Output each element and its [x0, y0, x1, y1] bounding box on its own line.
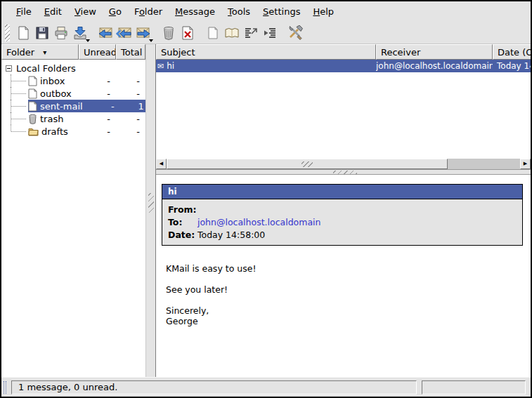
to-address-link[interactable]: john@localhost.localdomain	[197, 217, 321, 227]
folder-name: drafts	[41, 126, 68, 137]
menu-edit[interactable]: Edit	[38, 4, 68, 20]
kmail-window: File Edit View Go Folder Message Tools S…	[0, 0, 532, 398]
message-subject: hi	[167, 61, 174, 71]
folder-name: sent-mail	[40, 101, 83, 112]
mark-message-icon	[243, 25, 259, 41]
vertical-splitter[interactable]	[145, 44, 156, 377]
toolbar-handle[interactable]	[5, 25, 10, 41]
check-mail-dropdown-arrow[interactable]	[86, 39, 90, 42]
menu-file[interactable]: File	[10, 4, 38, 20]
scroll-right-button[interactable]: ▶	[520, 159, 531, 169]
horizontal-scrollbar: ◀ ▶	[156, 159, 531, 169]
folder-total-count: 1	[120, 101, 145, 112]
reply-button[interactable]	[96, 23, 115, 42]
folder-root-label: Local Folders	[16, 63, 76, 74]
configure-icon	[287, 25, 303, 41]
folder-unread-count: -	[79, 114, 116, 124]
scrollbar-thumb[interactable]	[167, 159, 448, 169]
folder-list-header: Folder ▾ Unread Total	[1, 44, 145, 60]
new-message-icon	[15, 25, 31, 41]
sort-arrow-icon: ▾	[43, 48, 46, 56]
menu-go[interactable]: Go	[103, 4, 128, 20]
folder-total-count: -	[116, 126, 145, 137]
configure-button[interactable]	[285, 23, 304, 42]
tree-connector	[1, 125, 28, 138]
main-area: Folder ▾ Unread Total Local Folders	[1, 44, 531, 377]
folder-row-trash[interactable]: trash - -	[1, 112, 145, 125]
folder-name: trash	[40, 114, 63, 124]
collapse-expander-icon[interactable]	[6, 65, 12, 72]
menu-bar: File Edit View Go Folder Message Tools S…	[1, 1, 531, 22]
menu-tools[interactable]: Tools	[221, 4, 257, 20]
status-right-panel	[422, 380, 526, 394]
file-icon	[28, 101, 37, 112]
file-icon	[28, 88, 37, 99]
reply-icon	[97, 25, 114, 41]
status-bar: 1 message, 0 unread.	[1, 377, 531, 397]
create-filter-button[interactable]	[260, 23, 279, 42]
message-header-box: hi From: To: john@localhost.localdomain …	[162, 184, 523, 246]
statusbar-handle[interactable]	[4, 381, 6, 394]
folder-root-local-folders[interactable]: Local Folders	[1, 62, 145, 74]
folder-unread-count: -	[79, 88, 116, 99]
check-mail-button[interactable]	[70, 23, 89, 42]
envelope-icon: ✉	[157, 62, 164, 71]
menu-settings[interactable]: Settings	[257, 4, 306, 20]
delete-icon	[180, 25, 195, 41]
check-mail-icon	[72, 25, 88, 41]
splitter-grip-icon	[148, 193, 154, 213]
forward-dropdown-arrow[interactable]	[149, 39, 153, 42]
header-field-to: To: john@localhost.localdomain	[162, 215, 522, 228]
scrollbar-track[interactable]	[448, 159, 520, 169]
status-message-panel: 1 message, 0 unread.	[11, 380, 417, 394]
folder-total-count: -	[116, 76, 145, 86]
scroll-left-button[interactable]: ◀	[156, 159, 167, 169]
forward-button[interactable]	[134, 23, 153, 42]
menu-view[interactable]: View	[68, 4, 103, 20]
right-panels: Subject Receiver Date (O ✉ hi john@local…	[156, 44, 531, 377]
menu-message[interactable]: Message	[169, 4, 221, 20]
tree-connector	[1, 100, 28, 112]
message-row[interactable]: ✉ hi john@localhost.localdomain Today 14	[156, 60, 531, 72]
menu-folder[interactable]: Folder	[128, 4, 169, 20]
message-rows: ✉ hi john@localhost.localdomain Today 14	[156, 60, 531, 159]
column-header-unread[interactable]: Unread	[79, 44, 116, 60]
message-list-header: Subject Receiver Date (O	[156, 44, 531, 60]
folder-row-outbox[interactable]: outbox - -	[1, 87, 145, 100]
menu-help[interactable]: Help	[306, 4, 340, 20]
save-button[interactable]	[32, 23, 51, 42]
reply-all-icon	[116, 25, 133, 41]
address-book-icon	[224, 25, 240, 41]
main-toolbar	[1, 22, 531, 44]
folder-row-sent-mail[interactable]: sent-mail - 1	[1, 100, 145, 112]
new-note-button[interactable]	[203, 23, 222, 42]
folder-icon	[28, 127, 39, 136]
column-header-receiver[interactable]: Receiver	[376, 44, 493, 60]
folder-panel: Folder ▾ Unread Total Local Folders	[1, 44, 145, 377]
folder-row-inbox[interactable]: inbox - -	[1, 74, 145, 87]
mark-message-button[interactable]	[241, 23, 260, 42]
address-book-button[interactable]	[222, 23, 241, 42]
trash-icon	[161, 25, 176, 41]
folder-unread-count: -	[79, 76, 116, 86]
reply-all-button[interactable]	[115, 23, 134, 42]
tree-connector	[1, 87, 28, 100]
folder-row-drafts[interactable]: drafts - -	[1, 125, 145, 138]
print-button[interactable]	[51, 23, 70, 42]
message-date: Today 14	[493, 61, 531, 71]
save-icon	[34, 25, 50, 41]
column-header-total[interactable]: Total	[116, 44, 145, 60]
trash-button[interactable]	[159, 23, 178, 42]
folder-name: inbox	[40, 76, 65, 86]
column-header-folder[interactable]: Folder ▾	[1, 44, 79, 60]
folder-unread-count: -	[83, 101, 120, 112]
column-header-subject[interactable]: Subject	[156, 44, 376, 60]
horizontal-splitter[interactable]	[156, 169, 531, 175]
delete-button[interactable]	[178, 23, 197, 42]
tree-connector	[1, 74, 28, 87]
column-header-date[interactable]: Date (O	[493, 44, 531, 60]
trash-folder-icon	[28, 114, 37, 124]
new-message-button[interactable]	[13, 23, 32, 42]
file-icon	[28, 76, 37, 86]
tree-connector	[1, 112, 28, 125]
